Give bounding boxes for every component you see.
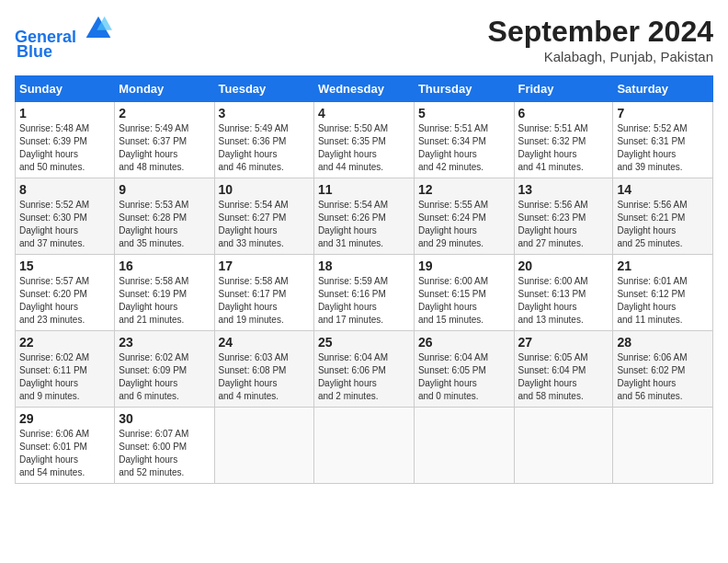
daylight-duration: and 13 minutes. xyxy=(518,315,584,325)
daylight-label: Daylight hours xyxy=(119,454,177,465)
day-number: 3 xyxy=(219,106,310,121)
location: Kalabagh, Punjab, Pakistan xyxy=(488,49,713,64)
sunset-text: Sunset: 6:08 PM xyxy=(219,365,287,375)
daylight-duration: and 6 minutes. xyxy=(119,391,179,401)
daylight-label: Daylight hours xyxy=(518,149,577,159)
sunrise-text: Sunrise: 5:58 AM xyxy=(219,276,289,286)
daylight-label: Daylight hours xyxy=(617,149,676,159)
day-info: Sunrise: 5:54 AMSunset: 6:27 PMDaylight … xyxy=(219,199,310,250)
daylight-label: Daylight hours xyxy=(518,225,577,236)
calendar-cell: 16Sunrise: 5:58 AMSunset: 6:19 PMDayligh… xyxy=(115,255,214,331)
day-number: 8 xyxy=(19,182,110,197)
day-info: Sunrise: 6:04 AMSunset: 6:06 PMDaylight … xyxy=(318,351,410,403)
sunrise-text: Sunrise: 5:52 AM xyxy=(617,123,687,133)
sunset-text: Sunset: 6:12 PM xyxy=(617,289,685,299)
calendar-cell: 1Sunrise: 5:48 AMSunset: 6:39 PMDaylight… xyxy=(16,102,115,178)
calendar-body: 1Sunrise: 5:48 AMSunset: 6:39 PMDaylight… xyxy=(16,102,713,484)
calendar-cell: 17Sunrise: 5:58 AMSunset: 6:17 PMDayligh… xyxy=(214,255,313,331)
daylight-duration: and 35 minutes. xyxy=(119,238,184,248)
daylight-duration: and 0 minutes. xyxy=(418,391,479,401)
calendar-cell: 12Sunrise: 5:55 AMSunset: 6:24 PMDayligh… xyxy=(414,178,514,255)
calendar-cell: 2Sunrise: 5:49 AMSunset: 6:37 PMDaylight… xyxy=(115,102,214,178)
daylight-label: Daylight hours xyxy=(418,302,477,312)
day-info: Sunrise: 5:56 AMSunset: 6:23 PMDaylight … xyxy=(518,199,609,250)
calendar-cell: 15Sunrise: 5:57 AMSunset: 6:20 PMDayligh… xyxy=(16,255,115,331)
day-info: Sunrise: 5:51 AMSunset: 6:34 PMDaylight … xyxy=(418,122,510,174)
daylight-label: Daylight hours xyxy=(418,225,477,236)
daylight-duration: and 31 minutes. xyxy=(318,238,383,248)
day-info: Sunrise: 5:59 AMSunset: 6:16 PMDaylight … xyxy=(318,275,410,327)
day-number: 7 xyxy=(617,106,709,121)
daylight-label: Daylight hours xyxy=(219,302,278,312)
calendar-cell xyxy=(414,408,514,484)
day-number: 11 xyxy=(318,182,410,197)
sunrise-text: Sunrise: 5:51 AM xyxy=(518,123,588,133)
weekday-header-cell: Friday xyxy=(514,76,613,102)
day-number: 26 xyxy=(418,335,510,350)
daylight-label: Daylight hours xyxy=(617,378,676,388)
weekday-header-cell: Monday xyxy=(115,76,214,102)
day-info: Sunrise: 5:57 AMSunset: 6:20 PMDaylight … xyxy=(19,275,110,327)
daylight-duration: and 54 minutes. xyxy=(19,467,85,477)
month-title: September 2024 xyxy=(488,15,713,49)
daylight-duration: and 33 minutes. xyxy=(219,238,284,248)
day-info: Sunrise: 6:02 AMSunset: 6:11 PMDaylight … xyxy=(19,351,110,403)
sunset-text: Sunset: 6:34 PM xyxy=(418,136,486,146)
sunrise-text: Sunrise: 6:01 AM xyxy=(617,276,687,286)
day-number: 25 xyxy=(318,335,410,350)
day-number: 5 xyxy=(418,106,510,121)
day-info: Sunrise: 5:52 AMSunset: 6:31 PMDaylight … xyxy=(617,122,709,174)
sunrise-text: Sunrise: 5:54 AM xyxy=(318,200,388,210)
calendar-cell: 10Sunrise: 5:54 AMSunset: 6:27 PMDayligh… xyxy=(214,178,313,255)
day-number: 29 xyxy=(19,411,110,426)
sunrise-text: Sunrise: 5:57 AM xyxy=(19,276,89,286)
calendar-cell: 25Sunrise: 6:04 AMSunset: 6:06 PMDayligh… xyxy=(313,331,414,408)
day-info: Sunrise: 6:06 AMSunset: 6:01 PMDaylight … xyxy=(19,428,110,479)
day-number: 10 xyxy=(219,182,310,197)
daylight-duration: and 56 minutes. xyxy=(617,391,682,401)
sunrise-text: Sunrise: 6:06 AM xyxy=(19,429,89,439)
calendar-cell: 21Sunrise: 6:01 AMSunset: 6:12 PMDayligh… xyxy=(613,255,713,331)
sunrise-text: Sunrise: 6:06 AM xyxy=(617,352,687,362)
calendar-cell: 11Sunrise: 5:54 AMSunset: 6:26 PMDayligh… xyxy=(313,178,414,255)
calendar-cell: 14Sunrise: 5:56 AMSunset: 6:21 PMDayligh… xyxy=(613,178,713,255)
daylight-duration: and 17 minutes. xyxy=(318,315,383,325)
calendar-cell: 20Sunrise: 6:00 AMSunset: 6:13 PMDayligh… xyxy=(514,255,613,331)
sunset-text: Sunset: 6:35 PM xyxy=(318,136,386,146)
day-info: Sunrise: 6:00 AMSunset: 6:13 PMDaylight … xyxy=(518,275,609,327)
sunrise-text: Sunrise: 6:04 AM xyxy=(318,352,388,362)
daylight-label: Daylight hours xyxy=(119,378,177,388)
logo-icon xyxy=(85,15,112,42)
day-number: 2 xyxy=(119,106,210,121)
day-info: Sunrise: 5:51 AMSunset: 6:32 PMDaylight … xyxy=(518,122,609,174)
calendar-cell: 6Sunrise: 5:51 AMSunset: 6:32 PMDaylight… xyxy=(514,102,613,178)
weekday-header-cell: Thursday xyxy=(414,76,514,102)
daylight-duration: and 48 minutes. xyxy=(119,162,184,172)
sunset-text: Sunset: 6:01 PM xyxy=(19,442,87,452)
day-info: Sunrise: 5:58 AMSunset: 6:17 PMDaylight … xyxy=(219,275,310,327)
daylight-duration: and 39 minutes. xyxy=(617,162,682,172)
day-info: Sunrise: 6:07 AMSunset: 6:00 PMDaylight … xyxy=(119,428,210,479)
sunrise-text: Sunrise: 6:02 AM xyxy=(119,352,188,362)
calendar-cell: 5Sunrise: 5:51 AMSunset: 6:34 PMDaylight… xyxy=(414,102,514,178)
day-number: 30 xyxy=(119,411,210,426)
daylight-label: Daylight hours xyxy=(518,302,577,312)
sunset-text: Sunset: 6:00 PM xyxy=(119,442,187,452)
daylight-duration: and 50 minutes. xyxy=(19,162,85,172)
calendar-week-row: 8Sunrise: 5:52 AMSunset: 6:30 PMDaylight… xyxy=(16,178,713,255)
sunrise-text: Sunrise: 6:03 AM xyxy=(219,352,289,362)
daylight-label: Daylight hours xyxy=(318,378,377,388)
calendar-week-row: 29Sunrise: 6:06 AMSunset: 6:01 PMDayligh… xyxy=(16,408,713,484)
day-number: 4 xyxy=(318,106,410,121)
daylight-duration: and 11 minutes. xyxy=(617,315,682,325)
daylight-label: Daylight hours xyxy=(119,225,177,236)
sunset-text: Sunset: 6:24 PM xyxy=(418,213,486,223)
calendar-cell: 29Sunrise: 6:06 AMSunset: 6:01 PMDayligh… xyxy=(16,408,115,484)
sunrise-text: Sunrise: 6:00 AM xyxy=(418,276,488,286)
daylight-label: Daylight hours xyxy=(318,149,377,159)
calendar-cell: 28Sunrise: 6:06 AMSunset: 6:02 PMDayligh… xyxy=(613,331,713,408)
sunset-text: Sunset: 6:09 PM xyxy=(119,365,187,375)
sunrise-text: Sunrise: 5:53 AM xyxy=(119,200,188,210)
daylight-label: Daylight hours xyxy=(219,149,278,159)
calendar-week-row: 22Sunrise: 6:02 AMSunset: 6:11 PMDayligh… xyxy=(16,331,713,408)
